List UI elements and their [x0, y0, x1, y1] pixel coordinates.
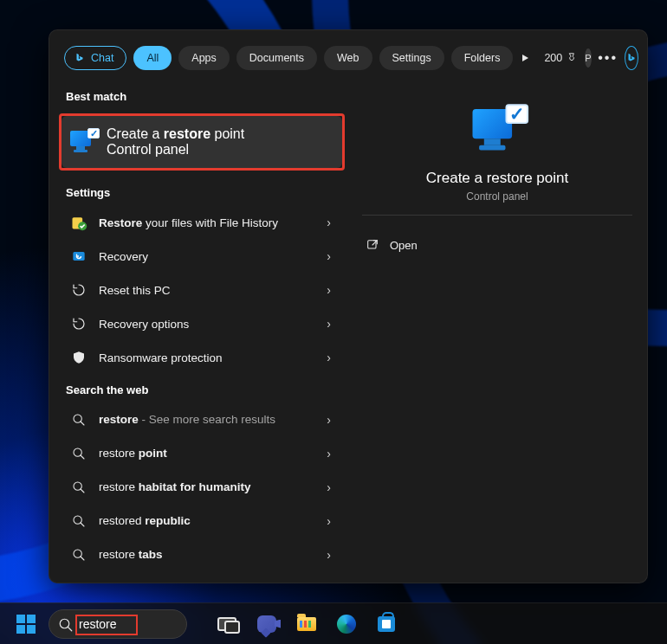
store-icon: [378, 616, 395, 632]
search-icon: [69, 444, 88, 463]
svg-line-10: [81, 523, 84, 526]
divider: [362, 215, 632, 216]
task-view-icon: [217, 617, 236, 631]
taskbar-search-box[interactable]: [49, 609, 187, 639]
shield-icon: [69, 348, 88, 367]
bing-badge[interactable]: [625, 46, 638, 70]
list-item-label: restore - See more search results: [99, 413, 316, 426]
preview-open-action[interactable]: Open: [362, 229, 632, 261]
settings-item-ransomware[interactable]: Ransomware protection ›: [64, 341, 340, 375]
preview-app-icon: ✓: [473, 109, 522, 151]
svg-line-6: [81, 455, 84, 459]
chevron-right-icon: ›: [327, 317, 331, 331]
taskbar: [0, 602, 667, 644]
svg-line-8: [81, 489, 84, 493]
section-search-web: Search the web: [66, 383, 340, 396]
web-item-habitat[interactable]: restore habitat for humanity ›: [64, 470, 340, 504]
chevron-right-icon: ›: [327, 283, 331, 297]
settings-item-reset-pc[interactable]: Reset this PC ›: [64, 274, 340, 307]
web-item-restore[interactable]: restore - See more search results ›: [64, 403, 340, 437]
filter-all[interactable]: All: [133, 46, 172, 70]
rewards-points[interactable]: 200: [544, 52, 578, 64]
best-match-title: Create a restore point: [107, 126, 244, 142]
reset-pc-icon: [69, 280, 88, 299]
rewards-value: 200: [544, 52, 562, 64]
list-item-label: restored republic: [99, 514, 316, 527]
recovery-icon: [69, 247, 88, 266]
section-settings: Settings: [66, 186, 340, 199]
folder-icon: [297, 617, 316, 631]
open-external-icon: [366, 238, 379, 252]
windows-logo-icon: [16, 615, 36, 634]
preview-pane: ✓ Create a restore point Control panel O…: [340, 85, 632, 571]
restore-point-icon: ✓: [70, 131, 96, 153]
best-match-highlight-box: ✓ Create a restore point Control panel: [59, 113, 345, 171]
svg-line-4: [81, 422, 84, 425]
bing-icon: [625, 52, 638, 64]
web-item-restore-point[interactable]: restore point ›: [64, 436, 340, 470]
list-item-label: Recovery: [99, 250, 316, 263]
taskbar-search-input[interactable]: [79, 617, 176, 631]
filter-settings[interactable]: Settings: [379, 46, 444, 70]
chat-pill-label: Chat: [91, 52, 113, 64]
svg-line-15: [68, 627, 72, 631]
web-item-restored-republic[interactable]: restored republic ›: [64, 504, 340, 538]
task-view-button[interactable]: [210, 607, 244, 641]
list-item-label: restore tabs: [99, 548, 316, 561]
store-button[interactable]: [369, 607, 404, 641]
chevron-right-icon: ›: [327, 447, 331, 460]
start-button[interactable]: [9, 607, 43, 641]
edge-button[interactable]: [329, 607, 364, 641]
chevron-right-icon: ›: [327, 351, 331, 364]
filter-folders[interactable]: Folders: [451, 46, 514, 70]
search-icon: [69, 545, 88, 564]
best-match-subtitle: Control panel: [107, 142, 189, 157]
list-item-label: restore point: [99, 447, 316, 460]
search-filter-row: Chat All Apps Documents Web Settings Fol…: [64, 45, 632, 71]
file-explorer-button[interactable]: [289, 607, 324, 641]
chevron-right-icon: ›: [327, 548, 331, 562]
avatar-initial: P: [585, 53, 591, 63]
preview-title: Create a restore point: [426, 170, 568, 187]
recovery-options-icon: [69, 314, 88, 333]
filter-web[interactable]: Web: [324, 46, 372, 70]
chat-pill[interactable]: Chat: [64, 46, 126, 70]
svg-rect-13: [368, 241, 376, 248]
more-icon[interactable]: •••: [599, 48, 618, 68]
web-item-restore-tabs[interactable]: restore tabs ›: [64, 538, 340, 571]
svg-line-12: [81, 557, 84, 560]
settings-item-recovery-options[interactable]: Recovery options ›: [64, 307, 340, 341]
list-item-label: restore habitat for humanity: [99, 480, 316, 493]
open-label: Open: [390, 239, 418, 252]
chevron-right-icon: ›: [327, 249, 331, 263]
settings-item-recovery[interactable]: Recovery ›: [64, 240, 340, 274]
filter-overflow-play-icon[interactable]: [520, 48, 530, 68]
rewards-medal-icon: [566, 52, 578, 64]
user-avatar[interactable]: P: [585, 48, 591, 68]
chevron-right-icon: ›: [327, 413, 331, 427]
settings-item-file-history[interactable]: Restore your files with File History ›: [64, 206, 340, 240]
filter-documents[interactable]: Documents: [236, 46, 317, 70]
edge-icon: [337, 615, 356, 634]
chevron-right-icon: ›: [327, 514, 331, 528]
best-match-result[interactable]: ✓ Create a restore point Control panel: [62, 116, 342, 168]
search-icon: [69, 410, 88, 429]
filter-apps[interactable]: Apps: [178, 46, 230, 70]
list-item-label: Ransomware protection: [99, 351, 316, 364]
list-item-label: Restore your files with File History: [99, 216, 316, 229]
chevron-right-icon: ›: [327, 216, 331, 229]
file-history-icon: [69, 213, 88, 232]
preview-subtitle: Control panel: [466, 190, 528, 203]
bing-small-icon: [74, 52, 86, 64]
section-best-match: Best match: [66, 90, 340, 103]
search-icon: [69, 478, 88, 497]
list-item-label: Recovery options: [99, 318, 316, 331]
list-item-label: Reset this PC: [99, 284, 316, 297]
chat-icon: [257, 615, 276, 633]
results-column: Best match ✓ Create a restore point Cont…: [64, 85, 340, 571]
search-icon: [69, 512, 88, 531]
search-flyout: Chat All Apps Documents Web Settings Fol…: [49, 29, 648, 583]
chevron-right-icon: ›: [327, 480, 331, 494]
chat-button[interactable]: [249, 607, 284, 641]
search-icon: [58, 617, 74, 633]
